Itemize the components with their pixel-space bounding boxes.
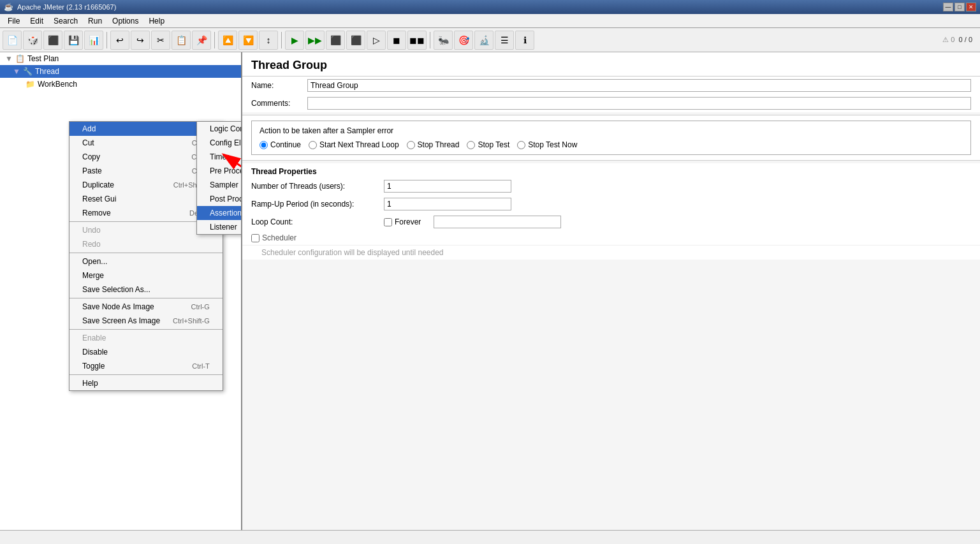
toolbar-help2[interactable]: 🎯 <box>454 31 473 50</box>
testplan-icon: 📋 <box>15 54 25 63</box>
toolbar: 📄 🎲 ⬛ 💾 📊 ↩ ↪ ✂ 📋 📌 🔼 🔽 ↕ ▶ ▶▶ ⬛ ⬛ ▷ ◼ ◼… <box>0 28 980 52</box>
menu-search[interactable]: Search <box>48 15 83 27</box>
ctx-savenodeimg-label: Save Node As Image <box>82 302 154 311</box>
ctx-help[interactable]: Help <box>69 376 223 390</box>
menu-edit[interactable]: Edit <box>25 15 48 27</box>
tree-item-testplan[interactable]: ▼ 📋 Test Plan <box>0 52 241 65</box>
toolbar-expand[interactable]: 🔼 <box>218 31 237 50</box>
toolbar-info[interactable]: ℹ <box>515 31 534 50</box>
sub1-config-element[interactable]: Config Element ▶ <box>197 136 242 150</box>
toolbar-cut[interactable]: ✂ <box>151 31 170 50</box>
sub1-assertions-label: Assertions <box>210 209 242 217</box>
rampup-input[interactable] <box>384 198 511 210</box>
forever-checkbox[interactable]: Forever <box>384 217 421 226</box>
ctx-savescreenimg-label: Save Screen As Image <box>82 316 160 325</box>
toolbar-remote-stop[interactable]: ◼ <box>387 31 406 50</box>
ctx-savescreenimg[interactable]: Save Screen As Image Ctrl+Shift-G <box>69 314 223 328</box>
testplan-label: Test Plan <box>27 54 59 63</box>
toolbar-toggle-tree[interactable]: ↕ <box>259 31 278 50</box>
maximize-button[interactable]: □ <box>954 3 965 11</box>
sub1-pre-processors[interactable]: Pre Processors ▶ <box>197 164 242 178</box>
radio-stoptestnow[interactable]: Stop Test Now <box>517 140 577 149</box>
menu-file[interactable]: File <box>3 15 25 27</box>
ctx-merge[interactable]: Merge <box>69 268 223 283</box>
sub1-post-processors[interactable]: Post Processors ▶ <box>197 192 242 206</box>
main-area: ▼ 📋 Test Plan ▼ 🔧 Thread 📁 WorkBench Add… <box>0 52 980 530</box>
minimize-button[interactable]: — <box>943 3 953 11</box>
toolbar-run[interactable]: ▶ <box>285 31 304 50</box>
toolbar-templates[interactable]: 🎲 <box>23 31 42 50</box>
toolbar-remote-stopnow[interactable]: ◼◼ <box>407 31 427 50</box>
title-bar: ☕ Apache JMeter (2.13 r1665067) — □ ✕ <box>0 0 980 14</box>
loop-count-input[interactable] <box>434 216 561 228</box>
comments-input[interactable] <box>307 97 971 110</box>
thread-count-row: Number of Threads (users): <box>242 177 980 195</box>
content-title: Thread Group <box>242 52 980 77</box>
menu-options[interactable]: Options <box>107 15 143 27</box>
sub1-timer[interactable]: Timer ▶ <box>197 150 242 164</box>
toolbar-remote-start[interactable]: ▷ <box>367 31 386 50</box>
ctx-sep3 <box>69 298 223 298</box>
ctx-savesel[interactable]: Save Selection As... <box>69 283 223 297</box>
toolbar-stop[interactable]: ⬛ <box>326 31 345 50</box>
toolbar-undo[interactable]: ↩ <box>110 31 129 50</box>
ctx-toggle-shortcut: Ctrl-T <box>192 362 210 370</box>
radio-continue[interactable]: Continue <box>260 140 301 149</box>
toolbar-copy[interactable]: 📋 <box>172 31 191 50</box>
toolbar-save[interactable]: 💾 <box>64 31 83 50</box>
toolbar-function[interactable]: 🔬 <box>474 31 494 50</box>
workbench-icon: 📁 <box>26 80 35 89</box>
title-bar-title: Apache JMeter (2.13 r1665067) <box>17 3 943 11</box>
ctx-sep2 <box>69 253 223 253</box>
ctx-remove-label: Remove <box>82 209 111 217</box>
toolbar-tree[interactable]: ☰ <box>495 31 514 50</box>
toolbar-saveas[interactable]: 📊 <box>84 31 103 50</box>
window-controls: — □ ✕ <box>943 3 976 11</box>
submenu-add: Logic Controller ▶ Config Element ▶ Time… <box>196 121 242 235</box>
sub1-logic-label: Logic Controller <box>210 124 242 133</box>
scheduler-note: Scheduler configuration will be displaye… <box>242 245 980 260</box>
radio-stoptest[interactable]: Stop Test <box>467 140 509 149</box>
tree-panel: ▼ 📋 Test Plan ▼ 🔧 Thread 📁 WorkBench Add… <box>0 52 242 530</box>
comments-row: Comments: <box>242 94 980 112</box>
toolbar-runsel[interactable]: ▶▶ <box>305 31 325 50</box>
menu-run[interactable]: Run <box>83 15 107 27</box>
sub1-sampler[interactable]: Sampler ▶ <box>197 178 242 192</box>
sub1-pre-label: Pre Processors <box>210 166 242 175</box>
radio-stopthread[interactable]: Stop Thread <box>407 140 460 149</box>
ctx-disable[interactable]: Disable <box>69 345 223 359</box>
status-bar <box>0 530 980 544</box>
toolbar-paste[interactable]: 📌 <box>192 31 211 50</box>
toolbar-redo[interactable]: ↪ <box>131 31 150 50</box>
name-input[interactable] <box>307 79 971 92</box>
tree-item-workbench[interactable]: 📁 WorkBench <box>0 78 241 91</box>
menu-bar: File Edit Search Run Options Help <box>0 14 980 28</box>
thread-count-label: Number of Threads (users): <box>251 182 379 191</box>
ctx-copy-label: Copy <box>82 152 100 161</box>
close-button[interactable]: ✕ <box>966 3 976 11</box>
toolbar-stopnow[interactable]: ⬛ <box>346 31 365 50</box>
sub1-assertions[interactable]: Assertions ▶ <box>197 206 242 220</box>
threadgroup-icon: 🔧 <box>23 67 33 76</box>
sub1-timer-label: Timer <box>210 152 229 161</box>
scheduler-label[interactable]: Scheduler <box>251 233 971 242</box>
thread-count-input[interactable] <box>384 180 511 193</box>
tree-item-threadgroup[interactable]: ▼ 🔧 Thread <box>0 65 241 78</box>
sub1-listener[interactable]: Listener ▶ <box>197 220 242 234</box>
toolbar-new[interactable]: 📄 <box>3 31 22 50</box>
ctx-savenodeimg[interactable]: Save Node As Image Ctrl-G <box>69 300 223 314</box>
ctx-open[interactable]: Open... <box>69 254 223 268</box>
toolbar-collapse[interactable]: 🔽 <box>238 31 258 50</box>
loop-row: Loop Count: Forever <box>242 213 980 231</box>
ctx-toggle[interactable]: Toggle Ctrl-T <box>69 359 223 373</box>
sub1-logic-controller[interactable]: Logic Controller ▶ <box>197 122 242 136</box>
toolbar-lock[interactable]: ⬛ <box>43 31 62 50</box>
menu-help[interactable]: Help <box>143 15 170 27</box>
name-label: Name: <box>251 81 302 90</box>
content-panel: Thread Group Name: Comments: Action to b… <box>242 52 980 530</box>
scheduler-checkbox-row: Scheduler <box>242 231 980 245</box>
radio-group: Continue Start Next Thread Loop Stop Thr… <box>260 140 963 149</box>
toolbar-help1[interactable]: 🐜 <box>434 31 453 50</box>
sampler-error-label: Action to be taken after a Sampler error <box>260 126 963 135</box>
radio-nextthread[interactable]: Start Next Thread Loop <box>309 140 399 149</box>
